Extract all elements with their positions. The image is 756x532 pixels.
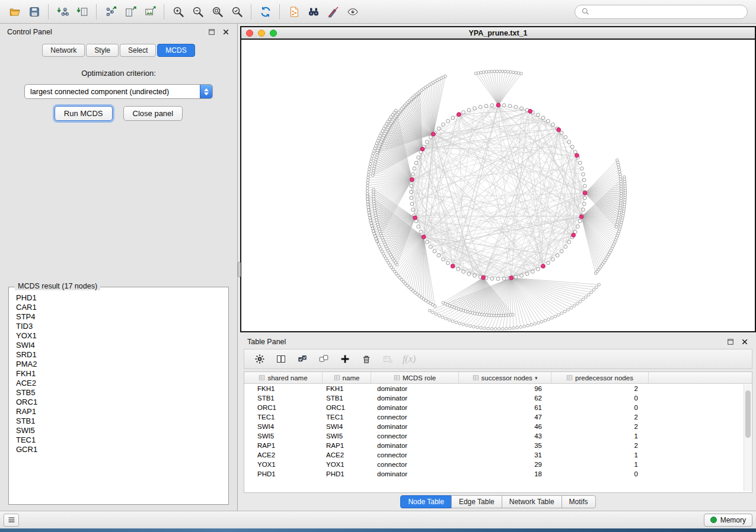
mcds-result-item[interactable]: STB1 — [16, 416, 221, 426]
table-cell: 2 — [551, 412, 649, 422]
table-row[interactable]: ACE2ACE2connector311 — [244, 450, 752, 460]
float-panel-icon[interactable] — [208, 28, 216, 36]
open-session-icon — [9, 6, 21, 18]
column-header-MCDS-role[interactable]: MCDS role — [371, 372, 459, 383]
toolbar-button-export-network[interactable] — [101, 3, 120, 21]
tab-style[interactable]: Style — [86, 44, 119, 57]
table-scrollbar[interactable] — [744, 384, 751, 491]
table-toolbar-button-add[interactable] — [336, 351, 355, 367]
mcds-result-item[interactable]: STB5 — [16, 388, 221, 398]
toolbar-button-share-document[interactable] — [284, 3, 304, 21]
close-panel-icon[interactable] — [222, 28, 230, 36]
table-toolbar-button-delete[interactable] — [357, 351, 376, 367]
mcds-result-item[interactable]: PMA2 — [16, 360, 221, 369]
search-input[interactable] — [592, 8, 741, 16]
table-toolbar-button-split-column[interactable] — [272, 351, 291, 367]
select-all-icon — [297, 354, 308, 364]
mcds-result-item[interactable]: CAR1 — [16, 303, 221, 312]
tab-node-table[interactable]: Node Table — [400, 495, 452, 508]
run-mcds-button[interactable]: Run MCDS — [55, 106, 113, 121]
toolbar-button-zoom-fit[interactable] — [208, 3, 227, 21]
mcds-result-item[interactable]: SWI5 — [16, 426, 221, 435]
memory-button[interactable]: Memory — [704, 514, 752, 527]
table-toolbar-button-select-all[interactable] — [293, 351, 312, 367]
tab-edge-table[interactable]: Edge Table — [451, 495, 502, 508]
criterion-select[interactable]: largest connected component (undirected) — [24, 84, 213, 99]
table-cell: FKH1 — [323, 384, 371, 393]
tab-select[interactable]: Select — [120, 44, 156, 57]
table-toolbar-button-settings[interactable] — [250, 351, 269, 367]
toolbar-separator — [48, 4, 49, 20]
scrollbar-thumb[interactable] — [745, 390, 751, 438]
toolbar-button-export-table[interactable] — [120, 3, 140, 21]
table-toolbar: f(x) — [244, 349, 752, 369]
zoom-fit-icon — [212, 6, 224, 18]
mcds-result-item[interactable]: RAP1 — [16, 407, 221, 416]
toolbar-button-zoom-in[interactable] — [168, 3, 188, 21]
toolbar-button-import-network[interactable] — [53, 3, 72, 21]
add-icon — [340, 354, 350, 364]
search-box[interactable] — [575, 5, 748, 19]
toolbar-button-export-image[interactable] — [140, 3, 160, 21]
deselect-all-icon — [318, 354, 329, 364]
toolbar-button-filter[interactable] — [323, 3, 343, 21]
control-panel-tabs: NetworkStyleSelectMCDS — [0, 40, 237, 59]
mcds-result-item[interactable]: ORC1 — [16, 398, 221, 407]
mcds-result-item[interactable]: ACE2 — [16, 379, 221, 388]
toolbar-button-apply-layout[interactable] — [256, 3, 275, 21]
table-toolbar-button-deselect-all[interactable] — [314, 351, 333, 367]
column-header-successor-nodes[interactable]: successor nodes▾ — [459, 372, 551, 383]
mcds-result-item[interactable]: SWI4 — [16, 341, 221, 350]
toolbar-button-search-network[interactable] — [304, 3, 323, 21]
minimize-window-button[interactable] — [258, 30, 265, 37]
toolbar-button-import-table[interactable] — [72, 3, 92, 21]
mcds-result-item[interactable]: SRD1 — [16, 350, 221, 360]
tab-motifs[interactable]: Motifs — [562, 495, 596, 508]
table-row[interactable]: RAP1RAP1dominator352 — [244, 441, 752, 450]
network-graph[interactable] — [241, 40, 755, 331]
mcds-result-item[interactable]: GCR1 — [16, 445, 221, 454]
close-panel-button[interactable]: Close panel — [123, 106, 183, 121]
table-row[interactable]: ORC1ORC1dominator610 — [244, 403, 752, 412]
close-window-button[interactable] — [246, 30, 253, 37]
column-header-shared-name[interactable]: shared name — [244, 372, 323, 383]
table-cell: SWI4 — [323, 422, 371, 431]
close-table-panel-icon[interactable] — [741, 338, 749, 346]
toolbar-button-open-session[interactable] — [5, 3, 24, 21]
float-table-panel-icon[interactable] — [726, 338, 735, 346]
column-header-predecessor-nodes[interactable]: predecessor nodes — [551, 372, 649, 383]
column-header-name[interactable]: name — [323, 372, 371, 383]
zoom-selected-icon — [231, 6, 243, 18]
table-row[interactable]: TEC1TEC1connector472 — [244, 412, 752, 422]
mcds-result-item[interactable]: TID3 — [16, 322, 221, 331]
table-toolbar-button-clear — [378, 351, 397, 367]
apply-layout-icon — [260, 6, 272, 18]
mcds-result-item[interactable]: TEC1 — [16, 435, 221, 445]
mcds-result-item[interactable]: PHD1 — [16, 293, 221, 303]
toolbar-button-zoom-selected[interactable] — [227, 3, 247, 21]
toolbar-button-zoom-out[interactable] — [188, 3, 208, 21]
network-canvas[interactable] — [241, 40, 755, 331]
tab-network[interactable]: Network — [42, 44, 85, 57]
table-mini-icon — [566, 374, 573, 381]
mcds-result-item[interactable]: STP4 — [16, 312, 221, 322]
mcds-result-item[interactable]: YOX1 — [16, 331, 221, 341]
tab-mcds[interactable]: MCDS — [157, 44, 194, 57]
status-menu-button[interactable] — [4, 514, 19, 527]
table-row[interactable]: SWI4SWI4dominator462 — [244, 422, 752, 431]
table-row[interactable]: FKH1FKH1dominator962 — [244, 384, 752, 393]
node-table: shared namenameMCDS rolesuccessor nodes▾… — [244, 371, 752, 493]
zoom-out-icon — [192, 6, 204, 18]
toolbar-button-show-hide[interactable] — [343, 3, 362, 21]
table-row[interactable]: PHD1PHD1dominator180 — [244, 469, 752, 479]
table-row[interactable]: STB1STB1dominator620 — [244, 393, 752, 403]
toolbar-button-save-session[interactable] — [24, 3, 44, 21]
table-row[interactable]: YOX1YOX1connector291 — [244, 460, 752, 469]
mcds-result-item[interactable]: FKH1 — [16, 369, 221, 379]
table-cell: PHD1 — [323, 469, 371, 479]
tab-network-table[interactable]: Network Table — [502, 495, 562, 508]
panel-splitter[interactable] — [238, 262, 241, 277]
table-row[interactable]: SWI5SWI5connector431 — [244, 431, 752, 441]
table-mini-icon — [334, 374, 340, 381]
maximize-window-button[interactable] — [270, 30, 277, 37]
